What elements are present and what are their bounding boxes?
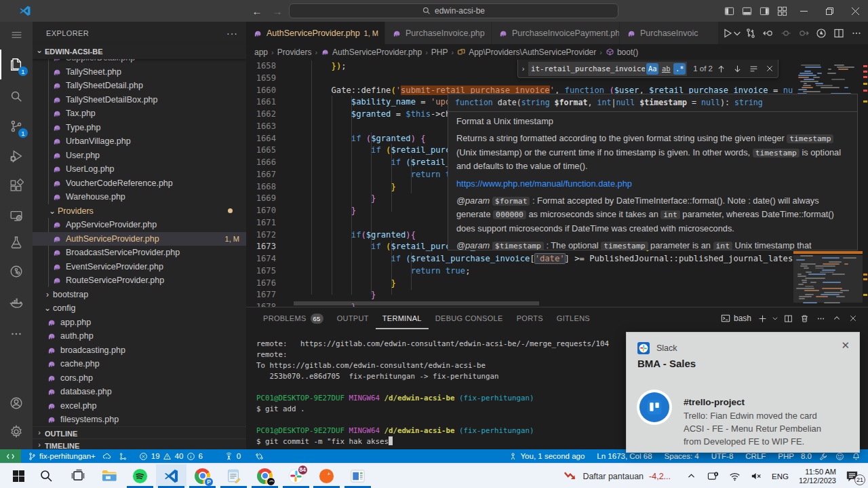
tree-item-cache-php[interactable]: cache.php: [33, 357, 246, 371]
remote-indicator[interactable]: [0, 449, 21, 463]
explorer-more-actions-icon[interactable]: ···: [226, 28, 238, 39]
tab-purchaseinvoicepayment-php[interactable]: PurchaseInvoicePayment.php: [492, 22, 620, 44]
branch-status[interactable]: fix-perhitungan+: [21, 449, 99, 463]
next-change-icon[interactable]: [795, 22, 812, 44]
new-terminal-icon[interactable]: [754, 309, 770, 327]
spotify-button[interactable]: [125, 464, 155, 487]
menu-icon[interactable]: [0, 20, 33, 50]
terminal-selector[interactable]: bash: [721, 314, 751, 323]
tree-item-tallysheetdetail-php[interactable]: TallySheetDetail.php: [33, 79, 246, 93]
sidebar-item-search[interactable]: [0, 81, 33, 111]
find-input[interactable]: it-retail_purchase_invoice: [528, 62, 645, 76]
tree-item-providers[interactable]: ⌄Providers: [33, 204, 246, 219]
tab-purchaseinvoic[interactable]: PurchaseInvoic: [620, 22, 719, 44]
settings-gear-icon[interactable]: [0, 417, 33, 447]
code-editor[interactable]: 1658 });16591660 Gate::define('submit-re…: [246, 60, 868, 307]
news-widget[interactable]: Daftar pantauan -4,2...: [564, 470, 671, 483]
media-app-button[interactable]: [342, 464, 373, 487]
slack-button[interactable]: 84: [281, 464, 311, 487]
find-previous-icon[interactable]: [713, 60, 729, 77]
wifi-icon[interactable]: [727, 472, 742, 481]
toggle-replace-icon[interactable]: ›: [518, 64, 528, 73]
file-tree[interactable]: SupplierDetail.phpTallySheet.phpTallyShe…: [33, 51, 246, 426]
slack-notification-toast[interactable]: Slack ✕ BMA - Sales #trello-project Trel…: [626, 332, 860, 453]
tree-item-bootstrap[interactable]: ›bootstrap: [33, 288, 246, 302]
panel-tab-gitlens[interactable]: GITLENS: [550, 307, 597, 329]
tree-item-broadcasting-php[interactable]: broadcasting.php: [33, 343, 246, 358]
command-center-search[interactable]: edwin-acsi-be: [289, 3, 618, 18]
horizontal-scrollbar[interactable]: [294, 301, 539, 305]
tree-item-app-php[interactable]: app.php: [33, 316, 246, 330]
find-next-icon[interactable]: [729, 60, 745, 77]
sidebar-item-source-control[interactable]: 1: [0, 111, 33, 141]
breadcrumb-item-app-providers-authserviceprovider[interactable]: App\Providers\AuthServiceProvider: [457, 48, 596, 57]
breadcrumb-item-authserviceprovider-php[interactable]: AuthServiceProvider.php: [321, 48, 422, 57]
tree-item-vouchercodereference-php[interactable]: VoucherCodeReference.php: [33, 176, 246, 191]
find-in-selection-icon[interactable]: [745, 60, 762, 77]
sync-status[interactable]: [99, 449, 115, 463]
php-manual-link[interactable]: https://www.php.net/manual/function.date…: [456, 179, 632, 189]
breadcrumb-item-providers[interactable]: Providers: [277, 48, 312, 57]
tree-section-root[interactable]: ⌄EDWIN-ACSI-BE: [33, 44, 246, 59]
breadcrumb-item-app[interactable]: app: [254, 48, 268, 57]
tree-item-cors-php[interactable]: cors.php: [33, 371, 246, 386]
gitlens-status[interactable]: [115, 449, 132, 463]
run-dropdown-icon[interactable]: [732, 22, 742, 44]
find-option-match-case[interactable]: Aa: [646, 63, 658, 75]
taskbar-clock[interactable]: 11:50 AM 12/12/2023: [799, 468, 836, 485]
blame-status[interactable]: You, 1 second ago: [505, 449, 589, 463]
tree-item-eventserviceprovider-php[interactable]: EventServiceProvider.php: [33, 260, 246, 274]
notepad-button[interactable]: [218, 464, 249, 487]
chrome-profile1-button[interactable]: P: [187, 464, 218, 487]
tree-item-routeserviceprovider-php[interactable]: RouteServiceProvider.php: [33, 274, 246, 288]
panel-more-icon[interactable]: [812, 309, 829, 327]
sidebar-item-testing[interactable]: [0, 227, 33, 257]
nav-back-icon[interactable]: ←: [250, 3, 264, 18]
sidebar-item-explorer[interactable]: 1: [0, 50, 33, 79]
toggle-sidebar-icon[interactable]: [720, 0, 738, 22]
more-actions-icon[interactable]: [848, 22, 865, 44]
customize-layout-icon[interactable]: [773, 0, 791, 22]
compare-status[interactable]: [251, 449, 267, 463]
panel-tab-ports[interactable]: PORTS: [510, 307, 550, 329]
tree-item-filesystems-php[interactable]: filesystems.php: [33, 413, 246, 426]
change-indicator-icon[interactable]: [777, 22, 795, 44]
tree-item-urbanvillage-php[interactable]: UrbanVillage.php: [33, 134, 246, 149]
gitlens-graph-icon[interactable]: [812, 22, 830, 44]
meet-now-icon[interactable]: [705, 471, 720, 481]
toggle-panel-icon[interactable]: [738, 0, 755, 22]
tree-item-warehouse-php[interactable]: Warehouse.php: [33, 190, 246, 204]
tree-item-appserviceprovider-php[interactable]: AppServiceProvider.php: [33, 218, 246, 232]
sidebar-item-remote-explorer[interactable]: [0, 201, 33, 231]
problems-status[interactable]: 19 40 6: [136, 449, 206, 463]
nav-forward-icon[interactable]: →: [270, 3, 285, 18]
kill-terminal-icon[interactable]: [796, 309, 812, 327]
panel-tab-terminal[interactable]: TERMINAL: [376, 307, 429, 329]
toast-close-icon[interactable]: ✕: [841, 339, 850, 352]
split-editor-icon[interactable]: [830, 22, 848, 44]
language-indicator[interactable]: ENG: [772, 472, 789, 481]
split-terminal-icon[interactable]: [780, 309, 796, 327]
more-views-icon[interactable]: [0, 319, 33, 349]
broadcast-status[interactable]: 0: [221, 449, 244, 463]
close-window-icon[interactable]: [842, 0, 868, 22]
tree-section-timeline[interactable]: ›TIMELINE: [33, 438, 246, 449]
find-option-regex[interactable]: .*: [673, 63, 686, 75]
restore-icon[interactable]: [816, 0, 842, 22]
start-button[interactable]: [3, 464, 34, 487]
tree-item-excel-php[interactable]: excel.php: [33, 399, 246, 413]
minimize-icon[interactable]: [791, 0, 816, 22]
tree-item-tallysheet-php[interactable]: TallySheet.php: [33, 65, 246, 79]
tree-item-type-php[interactable]: Type.php: [33, 121, 246, 135]
previous-change-icon[interactable]: [760, 22, 777, 44]
close-find-icon[interactable]: [762, 60, 778, 77]
tree-item-user-php[interactable]: User.php: [33, 149, 246, 163]
tree-item-tax-php[interactable]: Tax.php: [33, 107, 246, 121]
sidebar-item-run-debug[interactable]: [0, 141, 33, 171]
accounts-icon[interactable]: [0, 388, 33, 418]
tray-expand-icon[interactable]: [684, 472, 698, 481]
tree-item-broadcastserviceprovider-php[interactable]: BroadcastServiceProvider.php: [33, 246, 246, 260]
volume-muted-icon[interactable]: [749, 471, 764, 481]
close-panel-icon[interactable]: [845, 309, 861, 327]
panel-tab-problems[interactable]: PROBLEMS65: [256, 307, 330, 329]
